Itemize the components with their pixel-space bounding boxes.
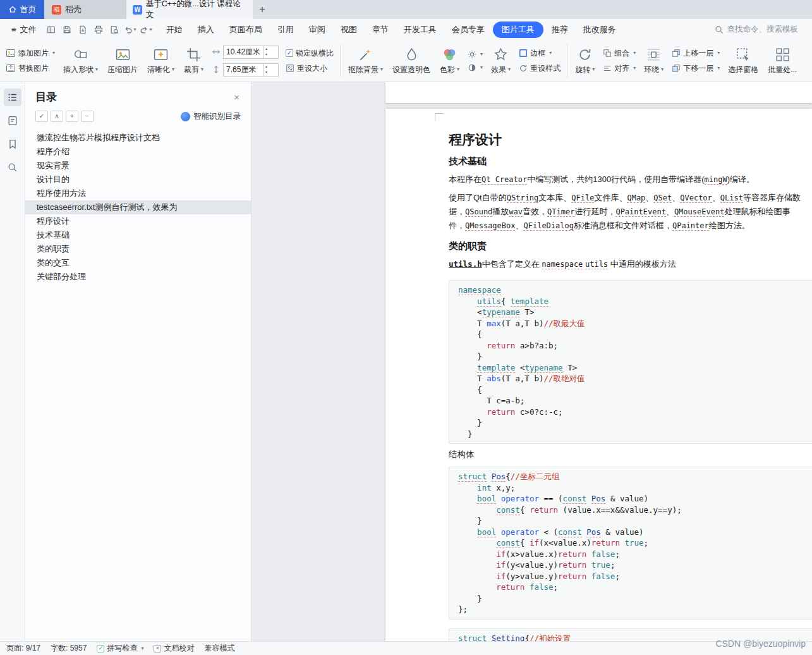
group-button[interactable]: 组合▾ <box>601 47 638 59</box>
document-canvas[interactable]: 程序设计 技术基础 本程序在Qt Creator中编写测试，共约1300行代码，… <box>251 82 812 641</box>
document-tab[interactable]: W 基于C++的微...设计 课程论文 <box>126 0 253 19</box>
send-backward-icon <box>672 64 681 73</box>
caret-down-icon: ▾ <box>134 27 136 32</box>
batch-process-label: 批量处... <box>768 64 797 75</box>
contrast-button[interactable]: ▾ <box>466 63 485 73</box>
selection-pane-button[interactable]: 选择窗格 <box>725 46 761 77</box>
home-tab[interactable]: 首页 <box>0 0 44 19</box>
expand-all-icon[interactable]: + <box>66 111 78 122</box>
set-transparent-button[interactable]: 设置透明色 <box>389 46 433 77</box>
caret-down-icon: ▾ <box>592 67 595 72</box>
toc-item[interactable]: 关键部分处理 <box>25 270 251 284</box>
reset-size-button[interactable]: 重设大小 <box>284 63 336 75</box>
proofread-label: 文档校对 <box>164 643 194 654</box>
panel-icon[interactable] <box>44 23 58 37</box>
crop-button[interactable]: 裁剪▾ <box>181 46 207 77</box>
wrap-button[interactable]: 环绕▾ <box>641 46 667 77</box>
command-search[interactable]: 查找命令、搜索模板 <box>715 24 808 35</box>
menu-tab-3[interactable]: 引用 <box>270 21 301 38</box>
file-menu-button[interactable]: ≡ 文件 <box>5 22 43 37</box>
sharpen-button[interactable]: 清晰化▾ <box>144 46 178 77</box>
send-backward-button[interactable]: 下移一层▾ <box>670 63 722 75</box>
align-icon <box>603 64 612 73</box>
compress-image-button[interactable]: 压缩图片 <box>104 46 141 77</box>
image-height-field[interactable]: ▴▾ <box>223 63 279 77</box>
menu-tab-5[interactable]: 视图 <box>334 21 364 38</box>
reset-size-icon <box>286 64 294 73</box>
color-label: 色彩 <box>440 64 455 75</box>
image-height-input[interactable] <box>224 65 263 74</box>
batch-process-button[interactable]: 批量处... <box>765 46 800 77</box>
reset-style-button[interactable]: 重设样式 <box>517 63 562 75</box>
export-pdf-icon[interactable] <box>76 23 90 37</box>
new-tab-button[interactable]: + <box>253 0 272 19</box>
caret-down-icon: ▾ <box>95 67 98 72</box>
replace-image-button[interactable]: 替换图片 <box>4 63 57 75</box>
effect-button[interactable]: 效果▾ <box>488 46 514 77</box>
paragraph-qt-libraries: 使用了Qt自带的QString文本库、QFile文件库、QMap、QSet、QV… <box>449 191 806 233</box>
align-label: 对齐 <box>614 63 629 74</box>
image-width-input[interactable] <box>224 47 263 56</box>
collapse-all-icon[interactable]: − <box>81 111 94 122</box>
toc-item[interactable]: 设计目的 <box>25 173 251 187</box>
add-image-button[interactable]: 添加图片▾ <box>4 47 57 59</box>
lock-aspect-toggle[interactable]: ✓ 锁定纵横比 <box>284 47 336 59</box>
menu-tab-7[interactable]: 开发工具 <box>397 21 444 38</box>
height-stepper[interactable]: ▴▾ <box>263 64 269 76</box>
align-button[interactable]: 对齐▾ <box>601 63 638 75</box>
color-button[interactable]: 色彩▾ <box>437 46 463 77</box>
undo-icon[interactable]: ▾ <box>123 23 137 37</box>
spellcheck-toggle[interactable]: ✓ 拼写检查 ▾ <box>97 643 143 654</box>
smart-recognize-toc-link[interactable]: 智能识别目录 <box>181 111 241 122</box>
checkbox-checked-icon: ✓ <box>97 645 104 652</box>
save-icon[interactable] <box>60 23 74 37</box>
toc-item[interactable]: 程序介绍 <box>25 145 251 159</box>
menu-tab-9[interactable]: 图片工具 <box>493 21 543 38</box>
menu-tab-6[interactable]: 章节 <box>365 21 396 38</box>
menu-tab-0[interactable]: 开始 <box>159 21 190 38</box>
toc-level-select-button[interactable]: ✓ <box>35 111 48 122</box>
border-button[interactable]: 边框▾ <box>517 47 562 59</box>
bring-forward-button[interactable]: 上移一层▾ <box>670 47 722 59</box>
send-backward-label: 下移一层 <box>683 63 713 74</box>
menu-tab-11[interactable]: 批改服务 <box>576 21 623 38</box>
menu-tab-4[interactable]: 审阅 <box>302 21 332 38</box>
caret-down-icon: ▾ <box>508 67 511 72</box>
toc-panel-button[interactable] <box>4 89 21 106</box>
toc-item[interactable]: 现实背景 <box>25 159 251 173</box>
bookmark-panel-button[interactable] <box>4 135 21 153</box>
replace-image-label: 替换图片 <box>18 63 49 74</box>
toc-item[interactable]: 程序设计 <box>25 214 251 228</box>
menu-tab-1[interactable]: 插入 <box>191 21 221 38</box>
remove-background-button[interactable]: 抠除背景▾ <box>345 46 386 77</box>
toc-item[interactable]: 类的职责 <box>25 242 251 256</box>
proofread-button[interactable]: × 文档校对 <box>154 643 194 654</box>
brightness-button[interactable]: ▾ <box>466 49 485 59</box>
toc-item[interactable]: 技术基础 <box>25 228 251 242</box>
menu-tab-2[interactable]: 页面布局 <box>222 21 269 38</box>
rotate-label: 旋转 <box>575 64 590 75</box>
redo-icon[interactable]: ▾ <box>139 23 153 37</box>
brightness-icon <box>468 50 476 59</box>
rotate-button[interactable]: 旋转▾ <box>572 46 598 77</box>
width-stepper[interactable]: ▴▾ <box>263 46 269 58</box>
close-icon[interactable]: × <box>233 92 241 102</box>
insert-shape-button[interactable]: 插入形状▾ <box>60 46 101 77</box>
collapse-icon[interactable]: ∧ <box>51 111 63 122</box>
image-width-field[interactable]: ▴▾ <box>223 46 279 59</box>
document-page[interactable]: 程序设计 技术基础 本程序在Qt Creator中编写测试，共约1300行代码，… <box>385 109 812 641</box>
toc-item[interactable]: testcaseerror.txt测例自行测试，效果为 <box>25 200 251 214</box>
toc-item[interactable]: 微流控生物芯片模拟程序设计文档 <box>25 131 251 145</box>
toc-item[interactable]: 程序使用方法 <box>25 187 251 200</box>
annotation-panel-button[interactable] <box>4 112 21 130</box>
print-preview-icon[interactable] <box>107 23 121 37</box>
hamburger-icon: ≡ <box>11 25 16 34</box>
find-panel-button[interactable] <box>4 159 21 176</box>
menu-tab-8[interactable]: 会员专享 <box>445 21 492 38</box>
page-indicator: 页面: 9/17 <box>6 643 40 654</box>
store-tab[interactable]: 稻 稻壳 <box>44 0 126 19</box>
menu-tab-10[interactable]: 推荐 <box>545 21 575 38</box>
csdn-watermark: CSDN @biyezuopinvip <box>715 639 806 649</box>
toc-item[interactable]: 类的交互 <box>25 256 251 270</box>
print-icon[interactable] <box>92 23 106 37</box>
